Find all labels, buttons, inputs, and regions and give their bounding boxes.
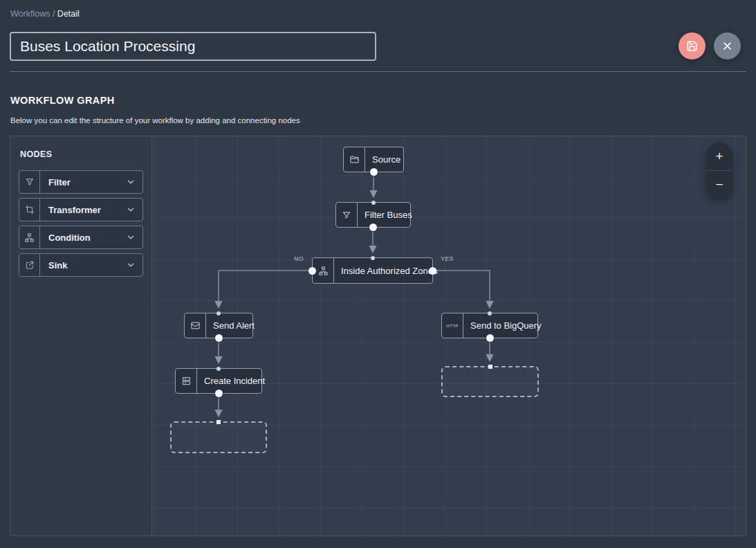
workflow-name-input[interactable]: [10, 32, 376, 61]
external-link-icon: [19, 254, 40, 276]
workflow-detail-page: Workflows / Detail WORKFLOW GRAPH Below …: [0, 0, 756, 548]
zoom-out-button[interactable]: −: [706, 171, 732, 199]
input-port[interactable]: [216, 367, 221, 371]
funnel-icon: [19, 171, 40, 193]
zoom-in-button[interactable]: +: [706, 143, 732, 170]
chevron-down-icon: [126, 226, 142, 248]
sidebar-item-sink[interactable]: Sink: [19, 253, 143, 277]
sidebar-item-label: Condition: [40, 226, 126, 248]
node-label: Inside Authorized Zones: [334, 258, 444, 283]
crop-icon: [19, 199, 40, 221]
breadcrumb-workflows-link[interactable]: Workflows: [10, 9, 50, 19]
no-output-port[interactable]: [308, 267, 316, 275]
chevron-down-icon: [126, 171, 142, 193]
output-port[interactable]: [215, 334, 223, 342]
save-button[interactable]: [679, 33, 706, 60]
graph-node-filter-buses[interactable]: Filter Buses: [335, 202, 411, 228]
sidebar-item-filter[interactable]: Filter: [19, 170, 143, 194]
edge-label-yes: YES: [441, 255, 454, 262]
output-port[interactable]: [369, 223, 377, 231]
chevron-down-icon: [126, 254, 142, 276]
close-button[interactable]: [714, 33, 741, 60]
breadcrumb: Workflows / Detail: [10, 9, 80, 19]
input-port[interactable]: [371, 256, 375, 260]
canvas-zoom-controls: + −: [706, 143, 732, 198]
header-divider: [10, 71, 746, 72]
section-subheading: Below you can edit the structure of your…: [10, 116, 300, 125]
section-heading: WORKFLOW GRAPH: [10, 95, 115, 106]
output-port[interactable]: [486, 334, 494, 342]
workflow-graph-panel: NODES Filter Transformer: [10, 136, 746, 536]
input-port[interactable]: [216, 311, 221, 316]
node-label: Create Incident: [197, 369, 272, 393]
folder-icon: [344, 147, 365, 172]
workflow-canvas[interactable]: Source Filter Buses Inside Authorized Zo…: [152, 136, 746, 536]
input-port[interactable]: [488, 311, 492, 316]
graph-node-create-incident[interactable]: Create Incident: [175, 368, 262, 394]
envelope-icon: [185, 313, 206, 338]
sidebar-item-label: Filter: [40, 171, 126, 193]
http-icon: HTTP: [442, 313, 463, 338]
breadcrumb-current: Detail: [57, 9, 80, 19]
input-port[interactable]: [216, 420, 221, 424]
sidebar-item-label: Transformer: [40, 199, 126, 221]
graph-node-inside-authorized-zones[interactable]: Inside Authorized Zones: [312, 257, 433, 284]
graph-node-source[interactable]: Source: [343, 147, 404, 172]
funnel-icon: [336, 203, 358, 227]
empty-node-placeholder[interactable]: [170, 421, 267, 453]
sidebar-item-transformer[interactable]: Transformer: [19, 198, 143, 221]
output-port[interactable]: [215, 390, 223, 397]
x-icon: [722, 41, 732, 51]
sitemap-icon: [19, 226, 40, 248]
nodes-sidebar-heading: NODES: [20, 149, 143, 159]
node-label: Filter Buses: [358, 203, 419, 227]
server-icon: [176, 369, 197, 393]
floppy-disk-icon: [686, 40, 698, 52]
graph-node-send-to-bigquery[interactable]: HTTP Send to BigQuery: [441, 313, 538, 338]
empty-node-placeholder[interactable]: [441, 366, 539, 397]
breadcrumb-separator: /: [53, 9, 57, 19]
chevron-down-icon: [126, 199, 142, 221]
yes-output-port[interactable]: [429, 267, 436, 275]
node-label: Send Alert: [206, 313, 261, 338]
output-port[interactable]: [370, 168, 378, 176]
graph-node-send-alert[interactable]: Send Alert: [184, 313, 253, 338]
sidebar-item-condition[interactable]: Condition: [19, 226, 143, 249]
input-port[interactable]: [488, 365, 492, 369]
node-label: Send to BigQuery: [463, 313, 548, 338]
input-port[interactable]: [371, 201, 376, 205]
sidebar-item-label: Sink: [40, 254, 126, 276]
edge-label-no: NO: [294, 255, 304, 262]
nodes-sidebar: NODES Filter Transformer: [10, 136, 152, 536]
